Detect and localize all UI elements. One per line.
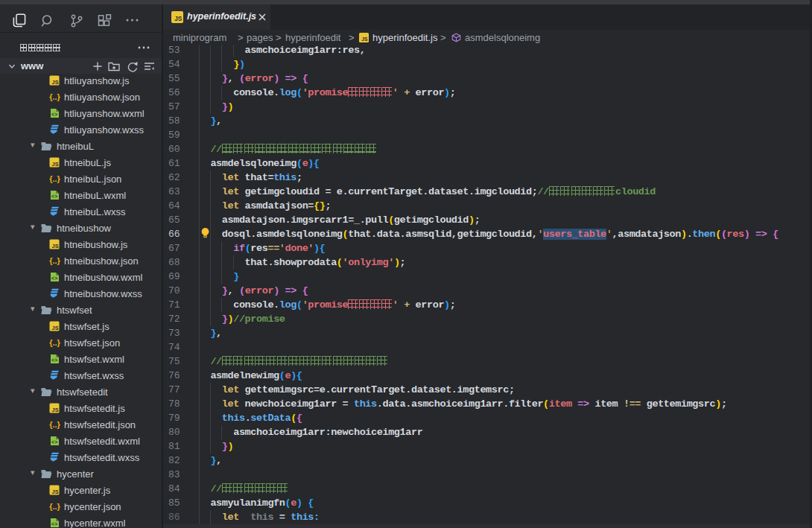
svg-text:JS: JS xyxy=(52,407,59,413)
svg-text:{..}: {..} xyxy=(49,420,60,429)
svg-text:<>: <> xyxy=(51,194,57,200)
svg-text:{..}: {..} xyxy=(49,92,60,101)
svg-text:<>: <> xyxy=(51,357,57,363)
svg-text:{..}: {..} xyxy=(49,338,60,347)
svg-text:JS: JS xyxy=(52,243,59,249)
svg-text:<>: <> xyxy=(51,521,57,527)
svg-text:{..}: {..} xyxy=(49,256,60,265)
svg-text:JS: JS xyxy=(174,16,183,22)
svg-text:JS: JS xyxy=(52,79,59,86)
svg-text:JS: JS xyxy=(361,36,368,42)
svg-text:{..}: {..} xyxy=(49,502,60,511)
svg-text:JS: JS xyxy=(52,489,59,495)
svg-text:<>: <> xyxy=(51,112,57,118)
svg-text:<>: <> xyxy=(51,439,57,445)
svg-text:JS: JS xyxy=(52,161,59,168)
svg-text:{..}: {..} xyxy=(49,174,60,183)
svg-text:<>: <> xyxy=(51,276,57,282)
svg-text:JS: JS xyxy=(52,325,59,331)
